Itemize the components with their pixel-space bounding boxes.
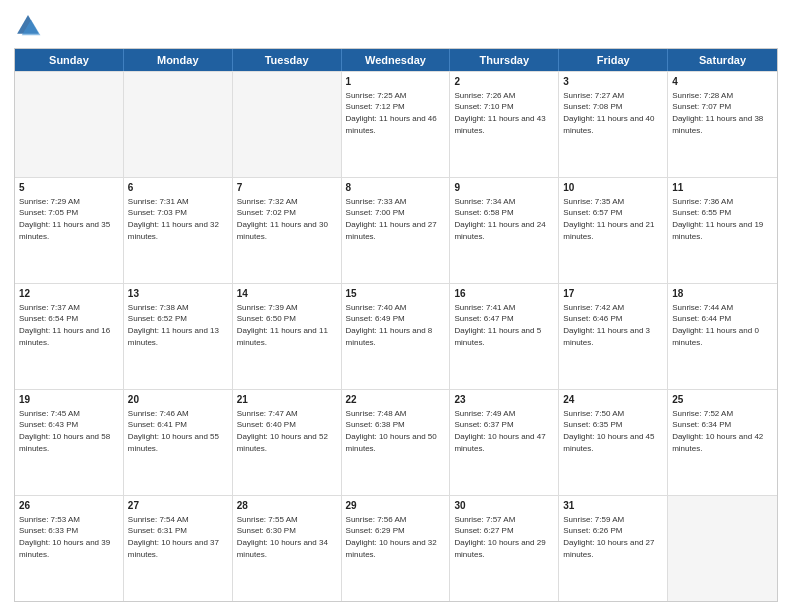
calendar-cell: 4Sunrise: 7:28 AMSunset: 7:07 PMDaylight… — [668, 72, 777, 177]
day-number: 16 — [454, 287, 554, 301]
cell-info: Sunrise: 7:28 AMSunset: 7:07 PMDaylight:… — [672, 91, 763, 135]
calendar-cell: 2Sunrise: 7:26 AMSunset: 7:10 PMDaylight… — [450, 72, 559, 177]
page-header — [14, 12, 778, 40]
day-number: 4 — [672, 75, 773, 89]
calendar-cell: 19Sunrise: 7:45 AMSunset: 6:43 PMDayligh… — [15, 390, 124, 495]
day-number: 2 — [454, 75, 554, 89]
cell-info: Sunrise: 7:27 AMSunset: 7:08 PMDaylight:… — [563, 91, 654, 135]
day-number: 25 — [672, 393, 773, 407]
cell-info: Sunrise: 7:42 AMSunset: 6:46 PMDaylight:… — [563, 303, 650, 347]
cell-info: Sunrise: 7:50 AMSunset: 6:35 PMDaylight:… — [563, 409, 654, 453]
day-number: 24 — [563, 393, 663, 407]
cell-info: Sunrise: 7:26 AMSunset: 7:10 PMDaylight:… — [454, 91, 545, 135]
page-container: SundayMondayTuesdayWednesdayThursdayFrid… — [0, 0, 792, 612]
calendar-row-2: 12Sunrise: 7:37 AMSunset: 6:54 PMDayligh… — [15, 283, 777, 389]
day-number: 19 — [19, 393, 119, 407]
cell-info: Sunrise: 7:57 AMSunset: 6:27 PMDaylight:… — [454, 515, 545, 559]
cell-info: Sunrise: 7:40 AMSunset: 6:49 PMDaylight:… — [346, 303, 433, 347]
day-number: 23 — [454, 393, 554, 407]
day-number: 29 — [346, 499, 446, 513]
calendar-cell: 12Sunrise: 7:37 AMSunset: 6:54 PMDayligh… — [15, 284, 124, 389]
day-number: 8 — [346, 181, 446, 195]
cell-info: Sunrise: 7:59 AMSunset: 6:26 PMDaylight:… — [563, 515, 654, 559]
cell-info: Sunrise: 7:29 AMSunset: 7:05 PMDaylight:… — [19, 197, 110, 241]
day-number: 15 — [346, 287, 446, 301]
calendar-cell — [233, 72, 342, 177]
calendar-cell — [15, 72, 124, 177]
cell-info: Sunrise: 7:37 AMSunset: 6:54 PMDaylight:… — [19, 303, 110, 347]
calendar-cell: 28Sunrise: 7:55 AMSunset: 6:30 PMDayligh… — [233, 496, 342, 601]
calendar-cell: 10Sunrise: 7:35 AMSunset: 6:57 PMDayligh… — [559, 178, 668, 283]
day-number: 13 — [128, 287, 228, 301]
day-number: 9 — [454, 181, 554, 195]
day-number: 20 — [128, 393, 228, 407]
logo — [14, 12, 46, 40]
day-of-week-thursday: Thursday — [450, 49, 559, 71]
calendar-cell: 23Sunrise: 7:49 AMSunset: 6:37 PMDayligh… — [450, 390, 559, 495]
cell-info: Sunrise: 7:35 AMSunset: 6:57 PMDaylight:… — [563, 197, 654, 241]
cell-info: Sunrise: 7:56 AMSunset: 6:29 PMDaylight:… — [346, 515, 437, 559]
calendar-cell: 27Sunrise: 7:54 AMSunset: 6:31 PMDayligh… — [124, 496, 233, 601]
calendar-cell: 26Sunrise: 7:53 AMSunset: 6:33 PMDayligh… — [15, 496, 124, 601]
cell-info: Sunrise: 7:32 AMSunset: 7:02 PMDaylight:… — [237, 197, 328, 241]
cell-info: Sunrise: 7:47 AMSunset: 6:40 PMDaylight:… — [237, 409, 328, 453]
calendar-cell: 21Sunrise: 7:47 AMSunset: 6:40 PMDayligh… — [233, 390, 342, 495]
calendar-cell: 14Sunrise: 7:39 AMSunset: 6:50 PMDayligh… — [233, 284, 342, 389]
calendar: SundayMondayTuesdayWednesdayThursdayFrid… — [14, 48, 778, 602]
day-number: 27 — [128, 499, 228, 513]
calendar-cell: 13Sunrise: 7:38 AMSunset: 6:52 PMDayligh… — [124, 284, 233, 389]
calendar-row-3: 19Sunrise: 7:45 AMSunset: 6:43 PMDayligh… — [15, 389, 777, 495]
day-number: 28 — [237, 499, 337, 513]
day-number: 21 — [237, 393, 337, 407]
cell-info: Sunrise: 7:45 AMSunset: 6:43 PMDaylight:… — [19, 409, 110, 453]
calendar-cell: 9Sunrise: 7:34 AMSunset: 6:58 PMDaylight… — [450, 178, 559, 283]
day-number: 18 — [672, 287, 773, 301]
cell-info: Sunrise: 7:25 AMSunset: 7:12 PMDaylight:… — [346, 91, 437, 135]
day-number: 11 — [672, 181, 773, 195]
calendar-cell: 17Sunrise: 7:42 AMSunset: 6:46 PMDayligh… — [559, 284, 668, 389]
day-of-week-monday: Monday — [124, 49, 233, 71]
logo-icon — [14, 12, 42, 40]
cell-info: Sunrise: 7:54 AMSunset: 6:31 PMDaylight:… — [128, 515, 219, 559]
cell-info: Sunrise: 7:38 AMSunset: 6:52 PMDaylight:… — [128, 303, 219, 347]
cell-info: Sunrise: 7:46 AMSunset: 6:41 PMDaylight:… — [128, 409, 219, 453]
calendar-cell: 16Sunrise: 7:41 AMSunset: 6:47 PMDayligh… — [450, 284, 559, 389]
calendar-cell: 3Sunrise: 7:27 AMSunset: 7:08 PMDaylight… — [559, 72, 668, 177]
calendar-cell: 7Sunrise: 7:32 AMSunset: 7:02 PMDaylight… — [233, 178, 342, 283]
day-number: 26 — [19, 499, 119, 513]
day-of-week-saturday: Saturday — [668, 49, 777, 71]
calendar-cell: 1Sunrise: 7:25 AMSunset: 7:12 PMDaylight… — [342, 72, 451, 177]
day-of-week-friday: Friday — [559, 49, 668, 71]
calendar-cell: 22Sunrise: 7:48 AMSunset: 6:38 PMDayligh… — [342, 390, 451, 495]
day-of-week-wednesday: Wednesday — [342, 49, 451, 71]
cell-info: Sunrise: 7:31 AMSunset: 7:03 PMDaylight:… — [128, 197, 219, 241]
calendar-cell: 24Sunrise: 7:50 AMSunset: 6:35 PMDayligh… — [559, 390, 668, 495]
cell-info: Sunrise: 7:48 AMSunset: 6:38 PMDaylight:… — [346, 409, 437, 453]
day-number: 3 — [563, 75, 663, 89]
calendar-cell: 29Sunrise: 7:56 AMSunset: 6:29 PMDayligh… — [342, 496, 451, 601]
calendar-cell: 11Sunrise: 7:36 AMSunset: 6:55 PMDayligh… — [668, 178, 777, 283]
calendar-cell: 30Sunrise: 7:57 AMSunset: 6:27 PMDayligh… — [450, 496, 559, 601]
calendar-cell: 25Sunrise: 7:52 AMSunset: 6:34 PMDayligh… — [668, 390, 777, 495]
day-number: 5 — [19, 181, 119, 195]
day-number: 1 — [346, 75, 446, 89]
calendar-body: 1Sunrise: 7:25 AMSunset: 7:12 PMDaylight… — [15, 71, 777, 601]
day-of-week-sunday: Sunday — [15, 49, 124, 71]
day-number: 10 — [563, 181, 663, 195]
day-number: 17 — [563, 287, 663, 301]
cell-info: Sunrise: 7:41 AMSunset: 6:47 PMDaylight:… — [454, 303, 541, 347]
calendar-row-0: 1Sunrise: 7:25 AMSunset: 7:12 PMDaylight… — [15, 71, 777, 177]
day-number: 31 — [563, 499, 663, 513]
calendar-cell: 18Sunrise: 7:44 AMSunset: 6:44 PMDayligh… — [668, 284, 777, 389]
cell-info: Sunrise: 7:36 AMSunset: 6:55 PMDaylight:… — [672, 197, 763, 241]
day-number: 12 — [19, 287, 119, 301]
cell-info: Sunrise: 7:34 AMSunset: 6:58 PMDaylight:… — [454, 197, 545, 241]
cell-info: Sunrise: 7:44 AMSunset: 6:44 PMDaylight:… — [672, 303, 759, 347]
calendar-cell — [124, 72, 233, 177]
cell-info: Sunrise: 7:49 AMSunset: 6:37 PMDaylight:… — [454, 409, 545, 453]
cell-info: Sunrise: 7:52 AMSunset: 6:34 PMDaylight:… — [672, 409, 763, 453]
calendar-cell: 6Sunrise: 7:31 AMSunset: 7:03 PMDaylight… — [124, 178, 233, 283]
day-number: 6 — [128, 181, 228, 195]
day-number: 14 — [237, 287, 337, 301]
calendar-cell: 8Sunrise: 7:33 AMSunset: 7:00 PMDaylight… — [342, 178, 451, 283]
